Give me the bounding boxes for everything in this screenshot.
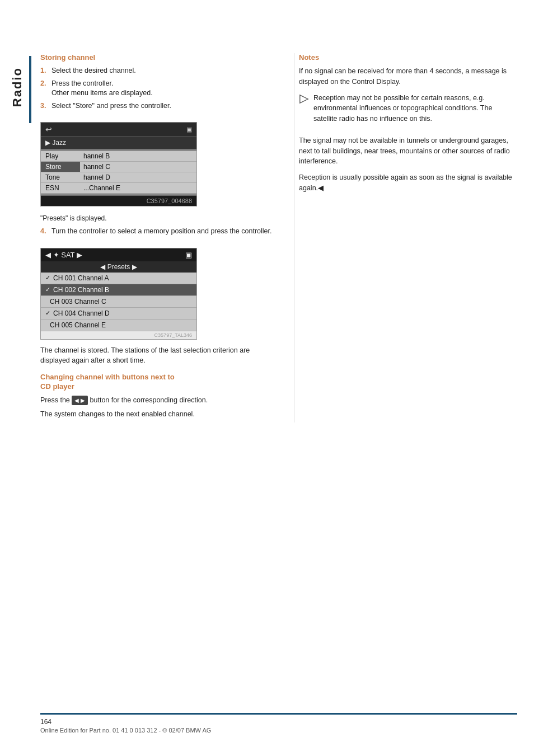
presets-label: ◀ Presets ▶ bbox=[100, 263, 137, 271]
note-1-text: If no signal can be received for more th… bbox=[299, 66, 517, 87]
step4-list: 4. Turn the controller to select a memor… bbox=[40, 227, 280, 237]
check-2: ✓ bbox=[45, 286, 50, 293]
sidebar-radio-label: Radio bbox=[10, 67, 25, 107]
mockup1-menu: Play Store Tone ESN bbox=[41, 151, 80, 194]
back-arrow-icon: ↩ bbox=[45, 125, 52, 134]
check-4: ✓ bbox=[45, 309, 50, 317]
step-2-text: Press the controller.Other menu items ar… bbox=[51, 79, 153, 98]
note-4-text: Reception is usually possible again as s… bbox=[299, 172, 517, 194]
changing-body: Press the ◀ ▶ button for the correspondi… bbox=[40, 395, 280, 406]
step-3-text: Select "Store" and press the controller. bbox=[51, 101, 171, 111]
ch-row-1: ✓ CH 001 Channel A bbox=[41, 273, 196, 284]
ui-mockup-1-wrapper: ↩ ▣ ▶ Jazz Play Store Tone ESN hannel B bbox=[40, 116, 197, 212]
sat-label: ◀ ✦ SAT ▶ bbox=[45, 251, 82, 259]
two-column-layout: Storing channel 1. Select the desired ch… bbox=[40, 53, 517, 422]
prev-next-button[interactable]: ◀ ▶ bbox=[72, 396, 88, 405]
ch-label-5: CH 005 Channel E bbox=[50, 321, 106, 329]
ch-row-3: CH 003 Channel C bbox=[41, 296, 196, 308]
step-2-num: 2. bbox=[40, 79, 48, 98]
step-3-num: 3. bbox=[40, 101, 48, 111]
mockup2-presets-row: ◀ Presets ▶ bbox=[41, 261, 196, 273]
mockup1-header: ↩ ▣ bbox=[41, 123, 196, 137]
check-5 bbox=[45, 322, 47, 328]
check-1: ✓ bbox=[45, 274, 50, 281]
main-content: Storing channel 1. Select the desired ch… bbox=[40, 53, 517, 422]
menu-item-store: Store bbox=[41, 162, 80, 172]
stored-text: The channel is stored. The stations of t… bbox=[40, 345, 280, 367]
step-4-num: 4. bbox=[40, 227, 48, 237]
menu-item-play: Play bbox=[41, 151, 80, 162]
ch-row-2: ✓ CH 002 Channel B bbox=[41, 284, 196, 296]
mockup1-jazz-label: ▶ Jazz bbox=[41, 137, 196, 149]
ch-label-4: CH 004 Channel D bbox=[53, 309, 110, 317]
mockup2-watermark: C35797_TAL346 bbox=[41, 331, 196, 339]
menu-item-esn: ESN bbox=[41, 183, 80, 194]
blue-decorative-bar bbox=[29, 56, 31, 123]
step-3: 3. Select "Store" and press the controll… bbox=[40, 101, 280, 111]
ch-label-1: CH 001 Channel A bbox=[53, 274, 109, 282]
footer-copyright: Online Edition for Part no. 01 41 0 013 … bbox=[40, 727, 517, 734]
changing-channel-heading: Changing channel with buttons next toCD … bbox=[40, 373, 280, 392]
changing-body-3: The system changes to the next enabled c… bbox=[40, 409, 280, 420]
mockup1-channels: hannel B hannel C hannel D ...Channel E bbox=[80, 151, 196, 194]
svg-marker-0 bbox=[300, 95, 308, 102]
steps-list: 1. Select the desired channel. 2. Press … bbox=[40, 66, 280, 111]
signal-icon-2: ▣ bbox=[185, 251, 192, 259]
ch-label-2: CH 002 Channel B bbox=[53, 286, 109, 294]
ch-row-4: ✓ CH 004 Channel D bbox=[41, 308, 196, 320]
ch-item-b: hannel B bbox=[80, 151, 196, 162]
storing-channel-heading: Storing channel bbox=[40, 53, 280, 62]
mockup2-header: ◀ ✦ SAT ▶ ▣ bbox=[41, 248, 196, 261]
footer: 164 Online Edition for Part no. 01 41 0 … bbox=[40, 713, 517, 734]
ui-mockup-2: ◀ ✦ SAT ▶ ▣ ◀ Presets ▶ ✓ CH 001 Channel… bbox=[40, 248, 197, 340]
step-1-num: 1. bbox=[40, 66, 48, 76]
ch-row-5: CH 005 Channel E bbox=[41, 320, 196, 331]
ui-mockup-2-wrapper: ◀ ✦ SAT ▶ ▣ ◀ Presets ▶ ✓ CH 001 Channel… bbox=[40, 242, 197, 345]
note-3-text: The signal may not be available in tunne… bbox=[299, 135, 517, 167]
ui-mockup-1: ↩ ▣ ▶ Jazz Play Store Tone ESN hannel B bbox=[40, 122, 197, 206]
ch-item-d: hannel D bbox=[80, 172, 196, 183]
ch-item-e: ...Channel E bbox=[80, 183, 196, 194]
step-4-text: Turn the controller to select a memory p… bbox=[51, 227, 271, 237]
menu-item-tone: Tone bbox=[41, 172, 80, 183]
mockup1-channel-row: Play Store Tone ESN hannel B hannel C ha… bbox=[41, 149, 196, 196]
changing-body-2: button for the corresponding direction. bbox=[90, 396, 208, 404]
right-column: Notes If no signal can be received for m… bbox=[294, 53, 517, 422]
step-1-text: Select the desired channel. bbox=[51, 66, 136, 76]
note-2-text: Reception may not be possible for certai… bbox=[313, 93, 517, 124]
changing-body-1: Press the bbox=[40, 396, 70, 404]
presets-displayed-text: "Presets" is displayed. bbox=[40, 214, 280, 222]
triangle-icon bbox=[299, 94, 309, 104]
left-column: Storing channel 1. Select the desired ch… bbox=[40, 53, 280, 422]
step-2: 2. Press the controller.Other menu items… bbox=[40, 79, 280, 98]
check-3 bbox=[45, 298, 47, 305]
ch-item-c: hannel C bbox=[80, 162, 196, 172]
step-4: 4. Turn the controller to select a memor… bbox=[40, 227, 280, 237]
ch-label-3: CH 003 Channel C bbox=[50, 298, 106, 306]
signal-icon: ▣ bbox=[186, 126, 192, 133]
step-1: 1. Select the desired channel. bbox=[40, 66, 280, 76]
note-2-with-icon: Reception may not be possible for certai… bbox=[299, 93, 517, 130]
notes-heading: Notes bbox=[299, 53, 517, 62]
page-number: 164 bbox=[40, 718, 517, 726]
mockup1-watermark: C35797_004688 bbox=[41, 196, 196, 206]
